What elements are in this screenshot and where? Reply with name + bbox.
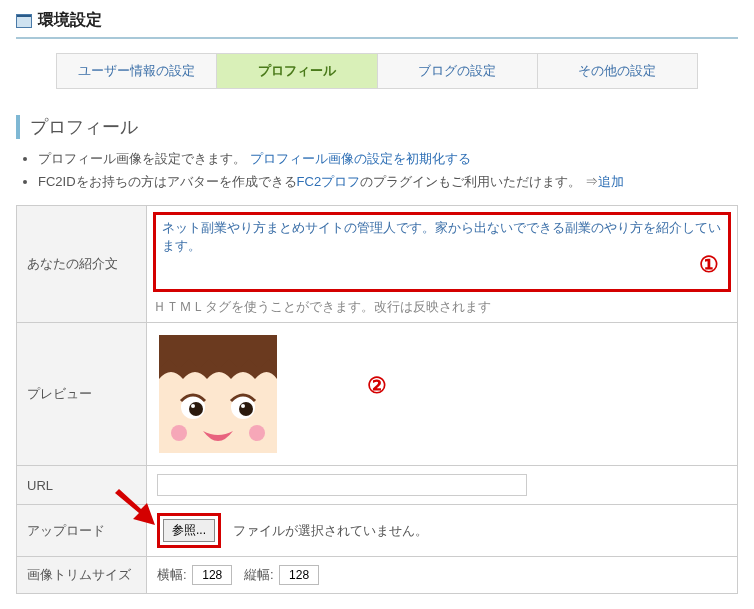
preview-label: プレビュー <box>17 323 147 466</box>
trim-size-label: 画像トリムサイズ <box>17 557 147 594</box>
annotation-badge-2: ② <box>367 373 387 399</box>
intro-label: あなたの紹介文 <box>17 206 147 323</box>
avatar-preview-image <box>159 335 277 453</box>
section-title: プロフィール <box>16 115 738 139</box>
browse-button[interactable]: 参照... <box>163 519 215 542</box>
intro-textarea[interactable] <box>153 212 731 292</box>
bullet-1-text: プロフィール画像を設定できます。 <box>38 151 246 166</box>
fc2-prof-link[interactable]: FC2プロフ <box>297 174 361 189</box>
upload-status-text: ファイルが選択されていません。 <box>233 523 428 538</box>
bullet-2: FC2IDをお持ちの方はアバターを作成できるFC2プロフのプラグインもご利用いた… <box>38 172 738 192</box>
info-bullets: プロフィール画像を設定できます。 プロフィール画像の設定を初期化する FC2ID… <box>16 149 738 191</box>
svg-point-12 <box>249 425 265 441</box>
annotation-badge-1: ① <box>699 252 719 278</box>
svg-point-11 <box>171 425 187 441</box>
tab-bar: ユーザー情報の設定 プロフィール ブログの設定 その他の設定 <box>56 53 698 89</box>
profile-form-table: あなたの紹介文 ① ＨＴＭＬタグを使うことができます。改行は反映されます プレビ… <box>16 205 738 594</box>
arrow-icon: ⇒ <box>585 174 598 189</box>
browse-button-highlight: 参照... <box>157 513 221 548</box>
trim-width-label: 横幅: <box>157 567 187 582</box>
bullet-1: プロフィール画像を設定できます。 プロフィール画像の設定を初期化する <box>38 149 738 169</box>
intro-help-text: ＨＴＭＬタグを使うことができます。改行は反映されます <box>153 299 731 316</box>
add-plugin-link[interactable]: 追加 <box>598 174 624 189</box>
page-header: 環境設定 <box>16 10 738 39</box>
upload-label: アップロード <box>17 505 147 557</box>
trim-height-input[interactable] <box>279 565 319 585</box>
reset-profile-image-link[interactable]: プロフィール画像の設定を初期化する <box>250 151 471 166</box>
bullet-2-pre: FC2IDをお持ちの方はアバターを作成できる <box>38 174 297 189</box>
tab-user-settings[interactable]: ユーザー情報の設定 <box>57 54 217 88</box>
tab-blog-settings[interactable]: ブログの設定 <box>378 54 538 88</box>
settings-icon <box>16 14 32 28</box>
page-title: 環境設定 <box>38 10 102 31</box>
trim-width-input[interactable] <box>192 565 232 585</box>
svg-point-10 <box>241 404 245 408</box>
tab-other-settings[interactable]: その他の設定 <box>538 54 697 88</box>
trim-height-label: 縦幅: <box>244 567 274 582</box>
bullet-2-mid: のプラグインもご利用いただけます。 <box>360 174 581 189</box>
tab-profile[interactable]: プロフィール <box>217 54 377 88</box>
svg-point-7 <box>189 402 203 416</box>
svg-rect-1 <box>17 17 31 27</box>
upload-label-text: アップロード <box>27 523 105 538</box>
svg-point-9 <box>191 404 195 408</box>
svg-point-8 <box>239 402 253 416</box>
url-input[interactable] <box>157 474 527 496</box>
svg-rect-2 <box>17 15 31 17</box>
